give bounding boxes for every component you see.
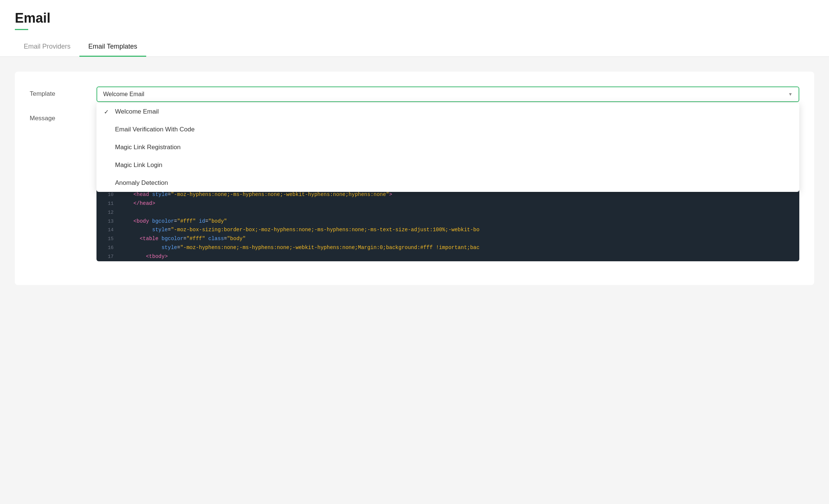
dropdown-item-magic-link-login[interactable]: Magic Link Login — [96, 156, 799, 174]
code-line-13: 13 <body bgcolor="#fff" id="body" — [96, 217, 799, 226]
empty-checkmark-2 — [104, 144, 111, 151]
page-title-underline — [15, 29, 28, 30]
template-label: Template — [30, 86, 96, 98]
template-select[interactable]: Welcome Email ▼ — [96, 86, 799, 102]
empty-checkmark-4 — [104, 180, 111, 186]
checkmark-icon: ✓ — [104, 108, 111, 115]
template-field: Welcome Email ▼ ✓ Welcome Email Email Ve… — [96, 86, 799, 102]
code-line-14: 14 style="-moz-box-sizing:border-box;-mo… — [96, 226, 799, 235]
message-label: Message — [30, 111, 96, 122]
code-line-16: 16 style="-moz-hyphens:none;-ms-hyphens:… — [96, 243, 799, 252]
dropdown-item-anomaly-detection[interactable]: Anomaly Detection — [96, 174, 799, 192]
template-dropdown: ✓ Welcome Email Email Verification With … — [96, 103, 799, 192]
page-container: Email Email Providers Email Templates Te… — [0, 0, 829, 504]
code-line-11: 11 </head> — [96, 199, 799, 208]
code-line-12: 12 — [96, 208, 799, 217]
content-area: Template Welcome Email ▼ ✓ Welcome Email — [0, 57, 829, 300]
tab-email-providers[interactable]: Email Providers — [15, 37, 79, 57]
selected-value: Welcome Email — [103, 91, 144, 98]
empty-checkmark-3 — [104, 162, 111, 168]
page-header: Email Email Providers Email Templates — [0, 0, 829, 57]
dropdown-item-welcome-email[interactable]: ✓ Welcome Email — [96, 103, 799, 121]
tab-email-templates[interactable]: Email Templates — [79, 37, 146, 57]
page-title: Email — [15, 10, 814, 26]
dropdown-item-email-verification[interactable]: Email Verification With Code — [96, 121, 799, 138]
code-line-15: 15 <table bgcolor="#fff" class="body" — [96, 235, 799, 243]
empty-checkmark — [104, 126, 111, 133]
main-card: Template Welcome Email ▼ ✓ Welcome Email — [15, 72, 814, 285]
template-row: Template Welcome Email ▼ ✓ Welcome Email — [30, 86, 799, 102]
chevron-down-icon: ▼ — [788, 92, 793, 97]
dropdown-item-magic-link-registration[interactable]: Magic Link Registration — [96, 138, 799, 156]
code-line-17: 17 <tbody> — [96, 252, 799, 261]
tabs-container: Email Providers Email Templates — [15, 37, 814, 56]
